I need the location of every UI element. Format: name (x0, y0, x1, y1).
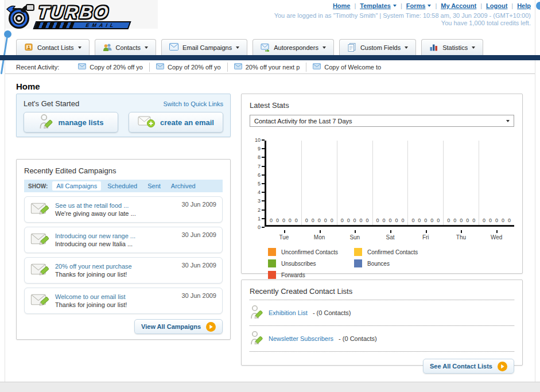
legend-swatch (268, 248, 276, 256)
campaign-date: 30 Jun 2009 (181, 292, 216, 299)
manage-lists-button[interactable]: manage lists (24, 112, 118, 133)
chart-value-label: 0 (472, 218, 475, 223)
chart-value-label: 0 (376, 218, 379, 223)
legend-item: Bounces (354, 259, 440, 267)
legend-item: Unsubscribes (268, 259, 354, 267)
chart-value-label: 0 (395, 218, 398, 223)
chart-y-tick: 9 (258, 146, 265, 152)
stats-period-select[interactable]: Contact Activity for the Last 7 Days (250, 115, 514, 127)
chart-value-label: 0 (502, 218, 504, 223)
arrow-right-icon (206, 322, 216, 332)
campaign-filter-bar: SHOW: All Campaigns Scheduled Sent Archi… (24, 180, 223, 192)
top-nav-templates[interactable]: Templates (360, 2, 397, 9)
chevron-down-icon (506, 120, 510, 122)
contact-lists-icon (24, 42, 33, 53)
contact-list-count: - (0 Contacts) (339, 335, 377, 342)
tab-custom-fields[interactable]: Custom Fields (339, 39, 416, 55)
envelope-plus-icon (138, 115, 155, 130)
chart-value-label: 0 (318, 218, 321, 223)
top-nav-forms[interactable]: Forms (406, 2, 432, 9)
contacts-icon (103, 42, 112, 53)
create-email-button[interactable]: create an email (129, 112, 223, 133)
envelope-pencil-icon (30, 201, 50, 219)
chart-day-label: Wed (479, 230, 514, 240)
filter-all-campaigns[interactable]: All Campaigns (52, 181, 101, 191)
top-nav-my-account[interactable]: My Account (441, 2, 476, 9)
campaign-subtitle: Thanks for joining our list! (55, 271, 176, 278)
top-nav-home[interactable]: Home (333, 2, 351, 9)
campaign-list-item[interactable]: Introducing our new range ... Introducin… (24, 227, 223, 253)
campaign-subtitle: Introducing our new Italia ... (55, 240, 176, 247)
tab-email-campaigns[interactable]: Email Campaigns (161, 39, 247, 55)
chart-value-label: 0 (389, 218, 391, 223)
logo-email-bar: EMAIL (33, 21, 131, 29)
legend-swatch (354, 259, 362, 267)
top-nav-help[interactable]: Help (517, 2, 531, 9)
chart-day-group: 00000 (408, 141, 444, 225)
contact-list-item: Newsletter Subscribers - (0 Contacts) (250, 330, 514, 347)
chart-day-label: Mon (302, 230, 337, 240)
envelope-icon (156, 63, 164, 71)
tab-contacts[interactable]: Contacts (95, 39, 156, 55)
chart-y-tick: 10 (255, 137, 265, 143)
chart-y-tick: 4 (258, 189, 265, 195)
dotted-divider (250, 300, 514, 300)
switch-quick-links-link[interactable]: Switch to Quick Links (163, 100, 223, 107)
tab-autoresponders[interactable]: Autoresponders (252, 39, 334, 55)
legend-item: Unconfirmed Contacts (268, 248, 354, 256)
chart-value-label: 0 (331, 218, 333, 223)
chart-value-label: 0 (437, 218, 440, 223)
filter-archived[interactable]: Archived (167, 181, 200, 191)
legend-item: Confirmed Contacts (354, 248, 440, 256)
legend-label: Forwards (281, 272, 305, 278)
campaign-title-link[interactable]: See us at the retail food ... (55, 202, 176, 209)
person-pencil-icon (250, 305, 263, 321)
chart-value-label: 0 (508, 218, 511, 223)
legend-swatch (268, 271, 276, 279)
recent-activity-item[interactable]: Copy of 20% off yo (72, 63, 149, 72)
recent-activity-item[interactable]: 20% off your next p (227, 63, 306, 72)
contact-lists-title: Recently Created Contact Lists (250, 287, 514, 296)
login-info: You are logged in as "Timothy Smith" | S… (274, 12, 531, 19)
chart-day-group: 00000 (337, 141, 373, 225)
campaign-title-link[interactable]: 20% off your next purchase (55, 263, 176, 270)
filter-scheduled[interactable]: Scheduled (103, 181, 141, 191)
campaign-list-item[interactable]: See us at the retail food ... We're givi… (24, 196, 223, 223)
chart-value-label: 0 (430, 218, 433, 223)
campaign-list-item[interactable]: Welcome to our email list Thanks for joi… (24, 288, 223, 314)
contact-list-link[interactable]: Exhibition List (269, 309, 308, 316)
chevron-down-icon (405, 46, 408, 49)
chart-y-tick: 8 (258, 154, 265, 160)
recent-activity-item[interactable]: Copy of 20% off yo (149, 63, 227, 72)
chart-value-label: 0 (466, 218, 469, 223)
chart-day-label: Sat (372, 230, 408, 240)
filter-sent[interactable]: Sent (143, 181, 165, 191)
recent-activity-item[interactable]: Copy of Welcome to (306, 63, 387, 72)
campaign-title-link[interactable]: Welcome to our email list (55, 293, 176, 300)
see-all-contact-lists-button[interactable]: See All Contact Lists (423, 359, 514, 374)
chart-value-label: 0 (495, 218, 498, 223)
autoresponders-icon (261, 42, 270, 53)
envelope-pencil-icon (30, 262, 50, 280)
dotted-divider (250, 351, 514, 352)
chart-value-label: 0 (424, 218, 427, 223)
tab-contact-lists[interactable]: Contact Lists (16, 39, 90, 55)
campaign-list-item[interactable]: 20% off your next purchase Thanks for jo… (24, 257, 223, 284)
credits-info: You have 1,000 total credits left. (441, 20, 531, 26)
top-nav-logout[interactable]: Logout (486, 2, 507, 9)
chart-value-label: 0 (401, 218, 404, 223)
envelope-pencil-icon (30, 231, 50, 249)
statistics-icon (429, 42, 438, 53)
contact-list-link[interactable]: Newsletter Subscribers (269, 335, 333, 342)
chevron-down-icon (472, 46, 475, 49)
view-all-campaigns-button[interactable]: View All Campaigns (134, 319, 223, 334)
legend-label: Bounces (367, 261, 390, 267)
campaign-title-link[interactable]: Introducing our new range ... (55, 232, 176, 239)
tab-statistics[interactable]: Statistics (421, 39, 483, 55)
chart-value-label: 0 (295, 218, 298, 223)
turbo-email-logo[interactable]: TURBO EMAIL (5, 2, 137, 34)
chart-day-label: Thu (444, 230, 479, 240)
chart-value-label: 0 (305, 218, 308, 223)
contact-list-count: - (0 Contacts) (313, 309, 351, 316)
chevron-down-icon (393, 5, 397, 7)
